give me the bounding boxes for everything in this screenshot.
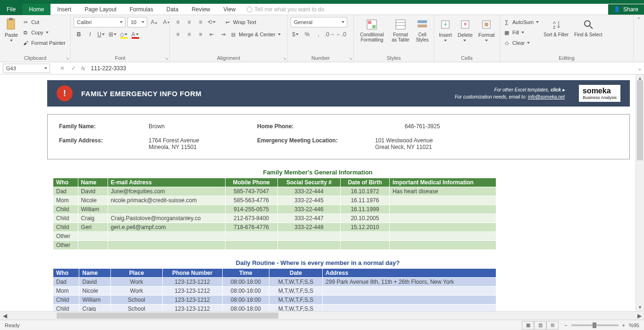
family-address-value[interactable]: 1764 Forest AvenueMineola, NY 11501 (149, 137, 234, 150)
column-header[interactable]: Social Security # (277, 178, 340, 187)
table-cell[interactable]: Geri (78, 223, 108, 232)
tab-file[interactable]: File (0, 4, 22, 15)
table-cell[interactable]: 914-255-0575 (225, 205, 277, 214)
table-cell[interactable]: Child (53, 296, 79, 305)
table-cell[interactable]: Child (53, 205, 78, 214)
table-cell[interactable]: nicole.primack@credit-suisse.com (108, 196, 225, 205)
table-cell[interactable]: 585-743-7047 (225, 187, 277, 196)
zoom-level[interactable]: %95 (629, 322, 639, 328)
table-cell[interactable]: Work (111, 287, 163, 296)
decrease-decimal-button[interactable]: ←.0 (336, 29, 346, 40)
scroll-down-button[interactable]: ▼ (636, 304, 644, 311)
dialog-launcher[interactable] (281, 55, 286, 61)
column-header[interactable]: Name (78, 178, 108, 187)
zoom-slider[interactable] (571, 324, 619, 326)
copy-button[interactable]: ⧉Copy (22, 27, 66, 38)
table-cell[interactable]: 333-22-444 (277, 187, 340, 196)
tab-data[interactable]: Data (160, 4, 185, 15)
table-cell[interactable]: 123-123-1212 (162, 305, 222, 312)
expand-formula-button[interactable]: ⌄ (636, 65, 644, 72)
number-format-combo[interactable]: General (291, 17, 347, 27)
formula-input[interactable]: 111-222-3333 (87, 65, 636, 72)
table-cell[interactable]: M,T,W,T,F,S,S (269, 305, 322, 312)
tab-formulas[interactable]: Formulas (123, 4, 160, 15)
table-cell[interactable]: 333-22-445 (277, 196, 340, 205)
column-header[interactable]: Name (79, 269, 111, 278)
family-name-value[interactable]: Brown (149, 123, 234, 130)
name-box[interactable]: G43 (3, 64, 50, 73)
table-cell[interactable]: 333-22-446 (277, 205, 340, 214)
table-cell[interactable] (389, 196, 496, 205)
align-center-button[interactable]: ≡ (184, 29, 194, 40)
column-header[interactable]: Who (53, 178, 78, 187)
table-cell[interactable]: William (79, 296, 111, 305)
paste-button[interactable]: Paste (3, 17, 20, 44)
templates-link[interactable]: click ▸ (551, 87, 565, 92)
tell-me[interactable]: Tell me what you want to do (247, 6, 324, 13)
dialog-launcher[interactable] (347, 55, 352, 61)
table-cell[interactable] (277, 241, 340, 250)
percent-button[interactable]: % (302, 29, 312, 40)
accounting-button[interactable]: $ (291, 29, 301, 40)
conditional-formatting-button[interactable]: Conditional Formatting (357, 17, 387, 43)
font-name-combo[interactable]: Calibri (74, 17, 125, 27)
insert-cells-button[interactable]: +Insert (437, 17, 454, 44)
table-cell[interactable]: School (111, 296, 163, 305)
table-cell[interactable]: 08:00-18:00 (222, 287, 269, 296)
table-cell[interactable] (225, 241, 277, 250)
table-cell[interactable]: Nicole (78, 196, 108, 205)
normal-view-button[interactable]: ▦ (522, 321, 534, 330)
sheet-area[interactable]: ! FAMILY EMERGENCY INFO FORM For other E… (0, 74, 636, 311)
table-cell[interactable]: geri.e.pell@ampf.com (108, 223, 225, 232)
table-cell[interactable]: 333-22-447 (277, 214, 340, 223)
table-cell[interactable]: 123-123-1212 (162, 278, 222, 287)
merge-center-button[interactable]: ⊟Merge & Center (229, 29, 291, 40)
cut-button[interactable]: ✂Cut (22, 17, 66, 27)
table-cell[interactable]: 08:00-18:00 (222, 296, 269, 305)
table-cell[interactable]: 16.11.1976 (341, 196, 390, 205)
table-cell[interactable]: Other (53, 232, 78, 241)
table-cell[interactable]: 08:00-18:00 (222, 278, 269, 287)
table-cell[interactable] (323, 287, 496, 296)
fill-button[interactable]: ▦Fill (503, 27, 540, 38)
table-cell[interactable]: Mom (53, 287, 79, 296)
column-header[interactable]: Place (111, 269, 163, 278)
orientation-button[interactable]: ⟲ (207, 17, 217, 27)
table-cell[interactable]: Dad (53, 187, 78, 196)
table-cell[interactable]: Work (111, 278, 163, 287)
table-cell[interactable] (389, 241, 496, 250)
cell-styles-button[interactable]: Cell Styles (414, 17, 431, 43)
sort-filter-button[interactable]: AZSort & Filter (542, 17, 570, 38)
table-cell[interactable] (108, 205, 225, 214)
font-color-button[interactable]: A (130, 29, 141, 40)
table-cell[interactable]: Mom (53, 196, 78, 205)
scroll-thumb-h[interactable] (57, 313, 278, 319)
font-size-combo[interactable]: 10 (127, 17, 147, 27)
table-cell[interactable] (78, 232, 108, 241)
scroll-right-button[interactable]: ▶ (635, 313, 644, 319)
dialog-launcher[interactable] (64, 55, 69, 61)
tab-page-layout[interactable]: Page Layout (78, 4, 123, 15)
column-header[interactable]: Phone Number (162, 269, 222, 278)
table-cell[interactable] (108, 241, 225, 250)
underline-button[interactable]: U (96, 29, 107, 40)
column-header[interactable]: Date (269, 269, 322, 278)
align-bottom-button[interactable]: ≡ (195, 17, 206, 27)
share-button[interactable]: Share (608, 4, 644, 15)
home-phone-value[interactable]: 646-761-3925 (375, 123, 469, 130)
table-cell[interactable]: M,T,W,T,F,S,S (269, 287, 322, 296)
scroll-thumb[interactable] (637, 80, 643, 160)
email-link[interactable]: info@someka.net (528, 94, 565, 99)
comma-button[interactable]: , (313, 29, 324, 40)
table-cell[interactable]: 123-123-1212 (162, 296, 222, 305)
scroll-left-button[interactable]: ◀ (0, 313, 9, 319)
table-cell[interactable]: 123-123-1212 (162, 287, 222, 296)
wrap-text-button[interactable]: ↩Wrap Text (224, 17, 276, 27)
table-cell[interactable]: 16.11.1999 (341, 205, 390, 214)
cancel-formula-button[interactable]: ✕ (57, 64, 68, 73)
table-cell[interactable] (341, 241, 390, 250)
tab-review[interactable]: Review (185, 4, 217, 15)
column-header[interactable]: E-mail Address (108, 178, 225, 187)
table-cell[interactable]: David (79, 278, 111, 287)
increase-font-button[interactable]: A▲ (149, 17, 159, 27)
